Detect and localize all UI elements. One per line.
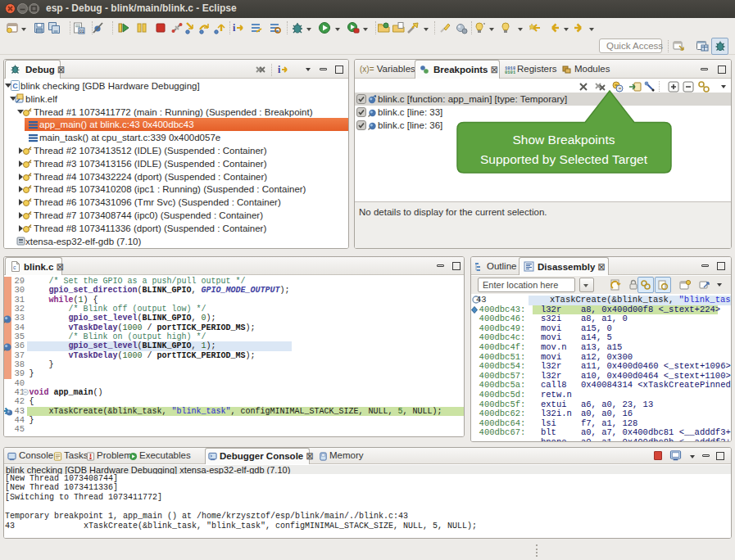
svg-text:i: i xyxy=(278,64,281,75)
svg-text:Supported by Selected Target: Supported by Selected Target xyxy=(480,152,648,166)
svg-text:0101: 0101 xyxy=(505,70,515,75)
svg-text:Show Breakpoints: Show Breakpoints xyxy=(513,133,615,147)
svg-text:01: 01 xyxy=(79,29,84,34)
svg-text:C: C xyxy=(12,82,18,90)
svg-text:c: c xyxy=(13,264,16,270)
svg-text:i: i xyxy=(233,22,236,34)
